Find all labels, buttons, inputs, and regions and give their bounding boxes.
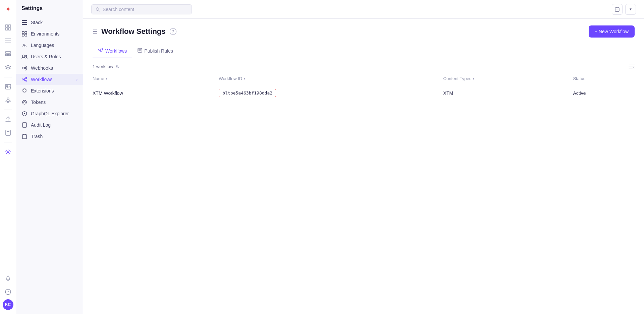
svg-rect-46 (23, 124, 26, 124)
sidebar-item-label-graphql-explorer: GraphQL Explorer (31, 111, 69, 116)
sidebar-item-workflows[interactable]: Workflows › (16, 74, 83, 85)
sidebar-item-label-users-roles: Users & Roles (31, 54, 61, 59)
column-toggle-icon[interactable] (629, 63, 635, 70)
rail-icon-deploy[interactable] (2, 113, 14, 125)
workflow-count-text: 1 workflow (93, 64, 113, 69)
sidebar-item-label-extensions: Extensions (31, 88, 54, 93)
sidebar-item-label-workflows: Workflows (31, 77, 52, 82)
logo-icon: ✦ (5, 5, 11, 14)
tokens-icon (21, 99, 28, 105)
svg-point-32 (25, 55, 27, 57)
user-avatar[interactable]: KC (3, 299, 13, 310)
environments-icon (21, 31, 28, 37)
workflows-icon (21, 76, 28, 82)
hamburger-icon[interactable]: ☰ (93, 28, 97, 35)
sidebar-item-trash[interactable]: Trash (16, 131, 83, 142)
sidebar-item-label-environments: Environments (31, 31, 60, 37)
cell-status: Active (573, 84, 635, 102)
svg-rect-25 (22, 32, 24, 34)
svg-rect-3 (8, 28, 11, 30)
tab-workflows[interactable]: Workflows (93, 44, 132, 58)
page-header: ☰ Workflow Settings ? + New Workflow (83, 19, 644, 43)
svg-rect-9 (8, 54, 11, 56)
svg-point-31 (22, 55, 24, 57)
svg-rect-7 (5, 52, 11, 53)
rail-icon-tasks[interactable] (2, 127, 14, 139)
svg-point-35 (25, 69, 27, 70)
rail-separator-1 (4, 77, 12, 77)
users-roles-icon (21, 54, 28, 60)
trash-icon (21, 133, 28, 139)
svg-rect-53 (615, 8, 619, 11)
sidebar-nav: Stack Environments AA Languages Users & … (16, 17, 83, 309)
workflows-tab-icon (98, 48, 103, 53)
help-circle-icon[interactable]: ? (170, 28, 176, 35)
page-title: Workflow Settings (101, 27, 166, 36)
rail-icon-settings[interactable] (2, 146, 14, 158)
sidebar-item-label-trash: Trash (31, 134, 43, 139)
svg-text:A: A (24, 44, 26, 48)
col-header-name[interactable]: Name ▾ (93, 73, 219, 84)
tabs-bar: Workflows Publish Rules (83, 43, 644, 58)
svg-rect-59 (629, 66, 635, 66)
tab-publish-rules[interactable]: Publish Rules (132, 43, 178, 58)
app-logo[interactable]: ✦ (3, 4, 13, 15)
search-input[interactable] (103, 7, 187, 12)
sidebar-item-languages[interactable]: AA Languages (16, 40, 83, 51)
workflow-id-value[interactable]: bltbe5a463bf198dda2 (219, 89, 276, 97)
dropdown-icon-btn[interactable]: ▼ (625, 4, 636, 15)
svg-point-39 (25, 77, 27, 79)
name-sort-icon: ▾ (106, 76, 108, 81)
sidebar-item-label-webhooks: Webhooks (31, 65, 53, 71)
extensions-icon (21, 88, 28, 94)
svg-point-15 (9, 101, 10, 102)
sidebar-item-audit-log[interactable]: Audit Log (16, 119, 83, 131)
cell-name[interactable]: XTM Workflow (93, 84, 219, 102)
svg-rect-27 (22, 34, 24, 36)
svg-point-11 (6, 85, 8, 87)
workflows-table-wrap: Name ▾ Workflow ID ▾ Con (83, 73, 644, 102)
topbar: ▼ (83, 0, 644, 19)
sidebar-item-environments[interactable]: Environments (16, 28, 83, 40)
sidebar-item-graphql-explorer[interactable]: GraphQL Explorer (16, 108, 83, 119)
col-header-content-types[interactable]: Content Types ▾ (443, 73, 573, 84)
sidebar-item-extensions[interactable]: Extensions (16, 85, 83, 97)
rail-icon-media[interactable] (2, 81, 14, 93)
rail-icon-content-model[interactable] (2, 48, 14, 60)
sidebar-item-tokens[interactable]: Tokens (16, 97, 83, 108)
settings-sidebar: Settings Stack Environments AA Languages (16, 0, 83, 314)
page-header-left: ☰ Workflow Settings ? (93, 27, 176, 36)
svg-rect-23 (22, 22, 27, 23)
svg-point-12 (7, 98, 9, 100)
rail-icon-help[interactable]: ? (2, 286, 14, 298)
sidebar-item-webhooks[interactable]: Webhooks (16, 62, 83, 74)
refresh-icon[interactable]: ↻ (116, 64, 120, 69)
rail-icon-dashboard[interactable] (2, 21, 14, 34)
svg-rect-8 (5, 54, 8, 56)
new-workflow-button[interactable]: + New Workflow (589, 25, 635, 38)
svg-rect-48 (23, 126, 25, 126)
svg-rect-28 (25, 34, 27, 36)
workflow-count: 1 workflow ↻ (93, 64, 120, 69)
publish-rules-tab-icon (138, 48, 142, 54)
col-header-status: Status (573, 73, 635, 84)
svg-rect-24 (22, 24, 27, 25)
rail-icon-notifications[interactable] (2, 272, 14, 285)
svg-rect-1 (8, 25, 11, 27)
svg-rect-4 (5, 39, 11, 39)
sidebar-item-label-audit-log: Audit Log (31, 122, 51, 128)
sidebar-item-stack[interactable]: Stack (16, 17, 83, 28)
rail-icon-entries[interactable] (2, 94, 14, 106)
rail-icon-layers[interactable] (2, 62, 14, 74)
sidebar-item-users-roles[interactable]: Users & Roles (16, 51, 83, 62)
svg-point-40 (25, 80, 27, 81)
workflows-table: Name ▾ Workflow ID ▾ Con (93, 73, 635, 102)
svg-point-13 (6, 101, 7, 102)
calendar-icon-btn[interactable] (612, 4, 623, 15)
col-header-workflow-id[interactable]: Workflow ID ▾ (219, 73, 443, 84)
tab-publish-rules-label: Publish Rules (144, 48, 173, 54)
content-types-sort-icon: ▾ (473, 76, 475, 81)
svg-point-55 (102, 48, 103, 50)
svg-text:?: ? (7, 290, 9, 294)
rail-icon-list[interactable] (2, 35, 14, 47)
